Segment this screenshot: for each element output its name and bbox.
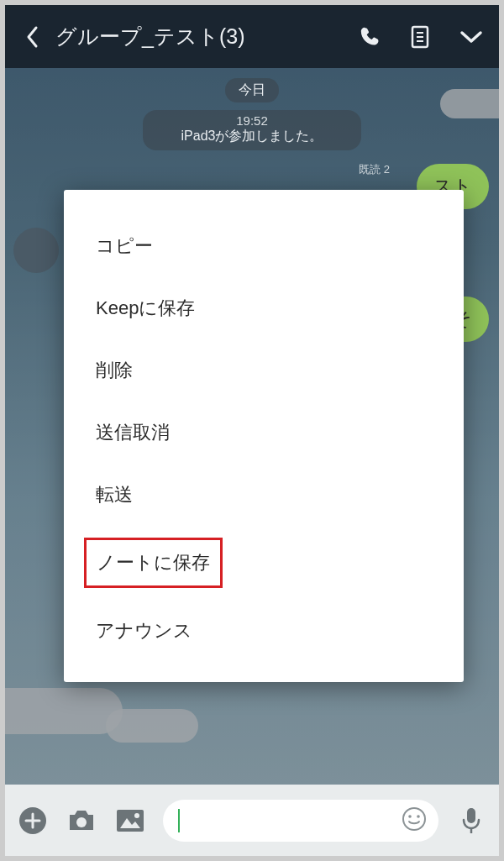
- smile-icon: [402, 806, 427, 832]
- menu-item-keep[interactable]: Keepに保存: [64, 277, 464, 339]
- chevron-left-icon: [25, 25, 39, 49]
- phone-icon: [360, 26, 381, 48]
- menu-toggle-button[interactable]: [459, 29, 484, 45]
- svg-point-12: [408, 815, 412, 818]
- voice-call-button[interactable]: [360, 26, 381, 48]
- chat-header: グループ_テスト(3): [5, 5, 499, 68]
- avatar[interactable]: [13, 228, 59, 273]
- svg-point-7: [76, 817, 87, 827]
- cloud-decor: [440, 89, 499, 118]
- cloud-decor: [106, 709, 198, 743]
- menu-item-unsend[interactable]: 送信取消: [64, 402, 464, 464]
- svg-rect-8: [117, 810, 144, 832]
- menu-item-delete[interactable]: 削除: [64, 339, 464, 402]
- notes-button[interactable]: [410, 25, 430, 49]
- system-message: 19:52 iPad3が参加しました。: [143, 110, 361, 150]
- menu-item-announce[interactable]: アナウンス: [64, 600, 464, 662]
- read-indicator: 既読 2: [359, 162, 390, 177]
- svg-point-10: [134, 813, 139, 818]
- input-bar: [5, 785, 499, 856]
- microphone-icon: [461, 806, 481, 835]
- chevron-down-icon: [459, 29, 484, 45]
- image-icon: [115, 808, 145, 833]
- camera-icon: [66, 808, 97, 833]
- add-button[interactable]: [17, 805, 49, 837]
- date-pill: 今日: [225, 78, 279, 102]
- chat-title: グループ_テスト(3): [55, 23, 360, 50]
- camera-button[interactable]: [66, 805, 97, 837]
- plus-circle-icon: [18, 806, 47, 835]
- text-cursor: [178, 809, 180, 832]
- system-time: 19:52: [161, 113, 343, 128]
- context-menu: コピー Keepに保存 削除 送信取消 転送 ノートに保存 アナウンス: [64, 190, 464, 682]
- svg-point-13: [417, 815, 420, 818]
- svg-rect-14: [467, 808, 475, 823]
- menu-item-copy[interactable]: コピー: [64, 215, 464, 277]
- svg-point-11: [403, 808, 425, 830]
- message-input[interactable]: [163, 800, 438, 842]
- system-text: iPad3が参加しました。: [161, 128, 343, 145]
- menu-item-save-to-note[interactable]: ノートに保存: [84, 538, 223, 588]
- sticker-button[interactable]: [402, 806, 427, 835]
- back-button[interactable]: [20, 25, 44, 49]
- menu-item-forward[interactable]: 転送: [64, 464, 464, 526]
- cloud-decor: [5, 688, 123, 734]
- voice-message-button[interactable]: [455, 805, 487, 837]
- gallery-button[interactable]: [114, 805, 146, 837]
- document-icon: [410, 25, 430, 49]
